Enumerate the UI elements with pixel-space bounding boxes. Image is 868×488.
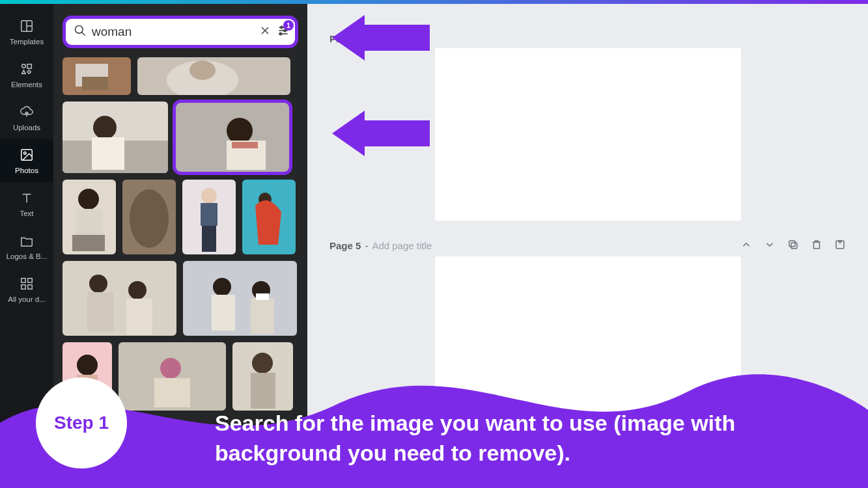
page-label: Page 5 bbox=[329, 240, 361, 251]
svg-point-44 bbox=[130, 189, 169, 248]
rail-all-designs[interactable]: All your d... bbox=[0, 268, 53, 311]
svg-rect-64 bbox=[77, 375, 98, 407]
delete-icon[interactable] bbox=[811, 239, 822, 252]
svg-point-52 bbox=[89, 275, 107, 293]
svg-rect-27 bbox=[82, 77, 108, 90]
side-rail: Templates Elements Uploads Photos Text bbox=[0, 4, 53, 488]
editor-canvas: Page 4 Page 5 - Add page title bbox=[307, 4, 868, 488]
photo-thumb[interactable] bbox=[63, 57, 131, 95]
filter-button[interactable]: 1 bbox=[277, 24, 290, 40]
rail-label: Text bbox=[3, 210, 51, 217]
svg-point-63 bbox=[77, 355, 98, 375]
svg-rect-53 bbox=[87, 292, 113, 331]
rail-label: Logos & B... bbox=[3, 252, 51, 260]
filter-badge: 1 bbox=[283, 20, 294, 31]
svg-rect-61 bbox=[256, 293, 269, 300]
rail-templates[interactable]: Templates bbox=[0, 10, 53, 53]
svg-point-57 bbox=[213, 278, 231, 296]
elements-icon bbox=[19, 61, 35, 77]
grid-icon bbox=[19, 276, 35, 291]
svg-point-69 bbox=[252, 353, 273, 373]
svg-point-33 bbox=[93, 116, 117, 139]
svg-rect-42 bbox=[72, 235, 105, 251]
svg-point-54 bbox=[128, 281, 147, 299]
duplicate-icon[interactable] bbox=[787, 239, 799, 252]
svg-rect-11 bbox=[21, 278, 25, 282]
photo-thumb[interactable] bbox=[183, 261, 297, 336]
svg-rect-12 bbox=[28, 278, 32, 282]
search-input[interactable] bbox=[92, 25, 253, 39]
rail-label: All your d... bbox=[3, 295, 51, 303]
photo-thumb[interactable] bbox=[182, 180, 236, 254]
svg-point-46 bbox=[201, 188, 217, 204]
rail-label: Uploads bbox=[3, 124, 51, 131]
move-up-icon[interactable] bbox=[740, 239, 752, 252]
add-page-icon[interactable] bbox=[834, 239, 846, 252]
svg-rect-58 bbox=[212, 295, 235, 331]
svg-rect-56 bbox=[183, 261, 297, 336]
svg-rect-60 bbox=[251, 298, 274, 334]
svg-point-40 bbox=[78, 189, 99, 210]
photo-thumb[interactable] bbox=[122, 180, 176, 254]
svg-rect-13 bbox=[21, 285, 25, 289]
svg-rect-71 bbox=[791, 243, 797, 249]
photo-thumb[interactable] bbox=[63, 342, 112, 411]
rail-text[interactable]: Text bbox=[0, 182, 53, 225]
svg-rect-72 bbox=[789, 241, 795, 247]
clear-icon[interactable] bbox=[259, 24, 272, 40]
move-down-icon[interactable] bbox=[764, 239, 776, 252]
photo-thumb[interactable] bbox=[63, 102, 168, 173]
rail-uploads[interactable]: Uploads bbox=[0, 96, 53, 139]
rail-label: Photos bbox=[3, 167, 51, 174]
svg-rect-73 bbox=[814, 242, 820, 249]
photos-icon bbox=[19, 147, 35, 163]
svg-point-66 bbox=[160, 358, 181, 379]
photo-thumb[interactable] bbox=[137, 57, 290, 95]
photo-thumb[interactable] bbox=[119, 342, 226, 411]
search-icon bbox=[74, 24, 87, 40]
page-actions bbox=[740, 239, 846, 252]
svg-point-20 bbox=[281, 26, 283, 28]
annotation-arrow bbox=[326, 107, 430, 162]
svg-point-36 bbox=[227, 118, 253, 144]
photo-thumb[interactable] bbox=[242, 180, 296, 254]
svg-point-24 bbox=[279, 33, 281, 34]
svg-rect-51 bbox=[63, 261, 176, 336]
rail-logos[interactable]: Logos & B... bbox=[0, 225, 53, 268]
rail-photos[interactable]: Photos bbox=[0, 139, 53, 182]
svg-rect-70 bbox=[251, 373, 275, 409]
svg-rect-4 bbox=[27, 64, 31, 68]
svg-rect-67 bbox=[154, 378, 190, 407]
templates-icon bbox=[19, 18, 35, 34]
photo-thumb[interactable] bbox=[63, 180, 116, 254]
svg-rect-47 bbox=[201, 203, 217, 226]
photo-thumb-selected[interactable] bbox=[175, 102, 290, 173]
photo-thumb[interactable] bbox=[63, 261, 176, 336]
photos-panel: 1 bbox=[53, 4, 307, 488]
uploads-icon bbox=[19, 104, 35, 120]
rail-label: Templates bbox=[3, 38, 51, 46]
svg-rect-38 bbox=[232, 142, 258, 148]
annotation-arrow bbox=[326, 12, 430, 66]
page-5-canvas[interactable] bbox=[435, 256, 741, 429]
svg-marker-5 bbox=[22, 70, 26, 74]
svg-point-15 bbox=[76, 26, 83, 34]
svg-line-16 bbox=[82, 33, 85, 36]
text-icon bbox=[19, 190, 35, 206]
page-title-input[interactable]: Add page title bbox=[372, 240, 432, 251]
svg-point-8 bbox=[23, 152, 26, 154]
svg-rect-34 bbox=[92, 137, 124, 170]
svg-rect-14 bbox=[28, 285, 32, 289]
svg-point-30 bbox=[189, 61, 216, 80]
svg-point-3 bbox=[22, 64, 26, 68]
folder-icon bbox=[19, 233, 35, 249]
search-bar[interactable]: 1 bbox=[63, 16, 298, 48]
rail-label: Elements bbox=[3, 81, 51, 88]
rail-elements[interactable]: Elements bbox=[0, 53, 53, 96]
svg-rect-55 bbox=[126, 299, 152, 334]
svg-rect-48 bbox=[202, 226, 216, 252]
photo-thumb[interactable] bbox=[232, 342, 293, 411]
photo-results bbox=[63, 57, 298, 411]
page-title-sep: - bbox=[365, 240, 368, 251]
page-4-canvas[interactable] bbox=[435, 48, 741, 221]
